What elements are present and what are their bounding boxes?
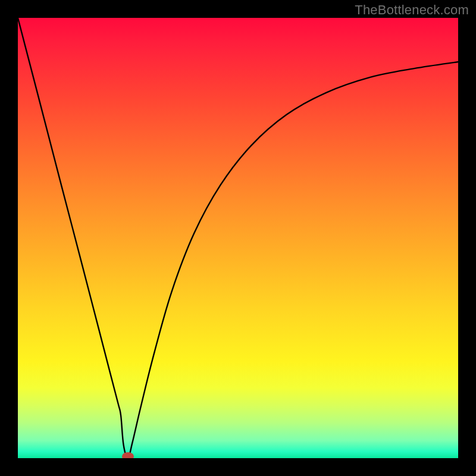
min-marker (122, 452, 134, 458)
plot-area (18, 18, 458, 458)
curve-line (18, 18, 458, 458)
chart-svg (18, 18, 458, 458)
watermark-text: TheBottleneck.com (355, 2, 469, 18)
